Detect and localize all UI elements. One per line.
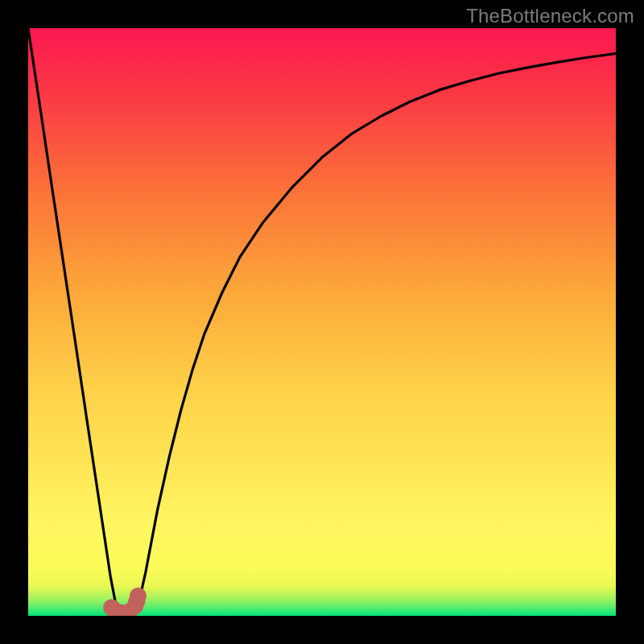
chart-frame: TheBottleneck.com <box>0 0 644 644</box>
watermark-text: TheBottleneck.com <box>466 5 634 27</box>
marker-dot <box>130 588 147 605</box>
plot-area <box>28 28 616 616</box>
gradient-background <box>28 28 616 616</box>
chart-svg <box>28 28 616 616</box>
